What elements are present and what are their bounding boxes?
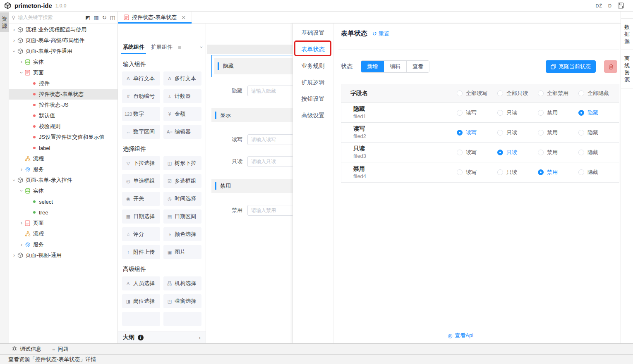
- radio-button[interactable]: [457, 150, 463, 155]
- palette-item-upload[interactable]: ↑附件上传: [122, 245, 160, 259]
- refresh-icon[interactable]: ↻: [102, 15, 107, 20]
- delete-state-button[interactable]: [604, 60, 617, 73]
- state-option-button[interactable]: 查看: [407, 61, 429, 72]
- tree-item[interactable]: 校验规则: [9, 121, 117, 132]
- field-input[interactable]: [247, 134, 293, 145]
- palette-item-auto-number[interactable]: #自动编号: [122, 89, 160, 103]
- group-header[interactable]: 显示: [211, 108, 293, 122]
- collapse-all-icon[interactable]: ◫: [110, 15, 115, 20]
- radio-button[interactable]: [578, 130, 584, 136]
- expand-chevron-icon[interactable]: ›: [11, 252, 17, 258]
- settings-menu-item[interactable]: 表单状态: [293, 41, 333, 57]
- locate-file-icon[interactable]: ◩: [85, 15, 90, 20]
- save-icon[interactable]: [618, 2, 624, 9]
- tree-item[interactable]: tree: [9, 207, 117, 218]
- tree-item[interactable]: 控件状态-表单状态: [9, 89, 117, 100]
- tree-item[interactable]: ›实体: [9, 186, 117, 196]
- tree-item[interactable]: ›服务: [9, 239, 117, 250]
- field-input[interactable]: [247, 205, 293, 216]
- resource-rail-tab[interactable]: 资源: [0, 12, 9, 32]
- collapse-chevron-icon[interactable]: ›: [11, 48, 17, 55]
- palette-item-post-select[interactable]: ◨岗位选择: [122, 294, 160, 308]
- titlebar-tool-icon-2[interactable]: Đ: [608, 3, 612, 8]
- tree-item[interactable]: ›服务: [9, 164, 117, 175]
- settings-menu-item[interactable]: 基础设置: [293, 24, 333, 41]
- radio-button[interactable]: [497, 150, 503, 155]
- tree-item[interactable]: ›页面-表单-高级/布局组件: [9, 35, 117, 46]
- titlebar-tool-icon-1[interactable]: ĐŽ: [595, 3, 602, 8]
- tree-item[interactable]: 流程: [9, 153, 117, 164]
- clone-state-button[interactable]: 克隆当前状态: [546, 60, 596, 73]
- palette-pin-icon[interactable]: [178, 46, 181, 49]
- palette-item-rate[interactable]: ☆评分: [122, 227, 160, 241]
- settings-menu-item[interactable]: 高级设置: [293, 107, 333, 124]
- tree-item[interactable]: 控件: [9, 78, 117, 89]
- tree-item[interactable]: label: [9, 143, 117, 153]
- palette-item-editor[interactable]: A≡编辑器: [163, 125, 201, 139]
- palette-item-partial[interactable]: [122, 312, 160, 326]
- collapse-chevron-icon[interactable]: ›: [11, 177, 17, 183]
- chevron-right-icon[interactable]: ›: [199, 334, 201, 341]
- palette-item-tree-select[interactable]: ◫树形下拉: [163, 156, 201, 170]
- palette-item-switch[interactable]: ◉开关: [122, 192, 160, 206]
- tree-item[interactable]: select: [9, 196, 117, 207]
- bottom-bar-item-debug-info[interactable]: 调试信息: [12, 345, 41, 353]
- editor-tab-active[interactable]: 控件状态-表单状态 ✕: [118, 12, 192, 23]
- palette-item-partial[interactable]: [163, 312, 201, 326]
- palette-item-image[interactable]: ▣图片: [163, 245, 201, 259]
- palette-item-radio-group[interactable]: ◎单选框组: [122, 174, 160, 188]
- tree-item[interactable]: ›实体: [9, 57, 117, 67]
- state-option-button[interactable]: 新增: [361, 61, 384, 72]
- tab-system-components[interactable]: 系统组件: [121, 40, 146, 54]
- palette-item-number[interactable]: 123数字: [122, 107, 160, 121]
- view-api-link[interactable]: ◎ 查看Api: [333, 332, 587, 339]
- radio-button[interactable]: [457, 169, 463, 175]
- expand-chevron-icon[interactable]: ›: [11, 27, 17, 33]
- palette-item-time-picker[interactable]: ◷时间选择: [163, 192, 201, 206]
- palette-item-single-text[interactable]: A单行文本: [122, 71, 160, 86]
- palette-item-counter[interactable]: ±计数器: [163, 89, 201, 103]
- tree-item[interactable]: ›页面-视图-通用: [9, 250, 117, 261]
- group-header[interactable]: 禁用: [211, 179, 293, 193]
- palette-item-color-picker[interactable]: ◑颜色选择: [163, 227, 201, 241]
- tab-extension-components[interactable]: 扩展组件: [149, 40, 174, 54]
- radio-button[interactable]: [538, 90, 544, 96]
- right-rail-tab-datasource[interactable]: 数据源: [621, 18, 633, 50]
- palette-item-person-select[interactable]: ♙人员选择: [122, 276, 160, 290]
- radio-button[interactable]: [497, 169, 503, 175]
- close-tab-icon[interactable]: ✕: [181, 14, 186, 21]
- radio-button[interactable]: [538, 110, 544, 116]
- palette-item-date-range[interactable]: ▤日期区间: [163, 209, 201, 224]
- settings-menu-item[interactable]: 扩展逻辑: [293, 74, 333, 90]
- radio-button[interactable]: [457, 110, 463, 116]
- field-input[interactable]: [247, 156, 293, 167]
- palette-item-popup-select[interactable]: ◳弹窗选择: [163, 294, 201, 308]
- tree-item[interactable]: JS设置控件提交值和显示值: [9, 132, 117, 143]
- right-rail-tab-offline-resource[interactable]: 离线资源: [621, 50, 633, 88]
- search-input[interactable]: [18, 14, 72, 20]
- tree-item[interactable]: ›页面: [9, 218, 117, 228]
- state-option-button[interactable]: 编辑: [384, 61, 407, 72]
- radio-button[interactable]: [497, 130, 503, 136]
- palette-item-number-range[interactable]: ↔数字区间: [122, 125, 160, 139]
- radio-button[interactable]: [578, 110, 584, 116]
- tree-item[interactable]: 默认值: [9, 110, 117, 121]
- outline-footer[interactable]: 大纲 i ›: [118, 331, 206, 343]
- field-input[interactable]: [247, 86, 293, 96]
- tree-item[interactable]: ›页面-表单-控件通用: [9, 46, 117, 57]
- radio-button[interactable]: [497, 110, 503, 116]
- tree-item[interactable]: ›页面-表单-录入控件: [9, 175, 117, 186]
- radio-button[interactable]: [457, 130, 463, 136]
- collapse-chevron-icon[interactable]: ›: [19, 188, 24, 194]
- palette-item-select[interactable]: ▽下拉选择: [122, 156, 160, 170]
- expand-chevron-icon[interactable]: ›: [18, 242, 25, 247]
- chevron-down-icon[interactable]: ›: [199, 46, 204, 48]
- radio-button[interactable]: [497, 90, 503, 96]
- radio-button[interactable]: [578, 169, 584, 175]
- radio-button[interactable]: [457, 90, 463, 96]
- palette-item-date-picker[interactable]: ▦日期选择: [122, 209, 160, 224]
- settings-menu-item[interactable]: 业务规则: [293, 57, 333, 74]
- radio-button[interactable]: [578, 150, 584, 155]
- expand-chevron-icon[interactable]: ›: [18, 59, 25, 65]
- tree-item[interactable]: 流程: [9, 228, 117, 239]
